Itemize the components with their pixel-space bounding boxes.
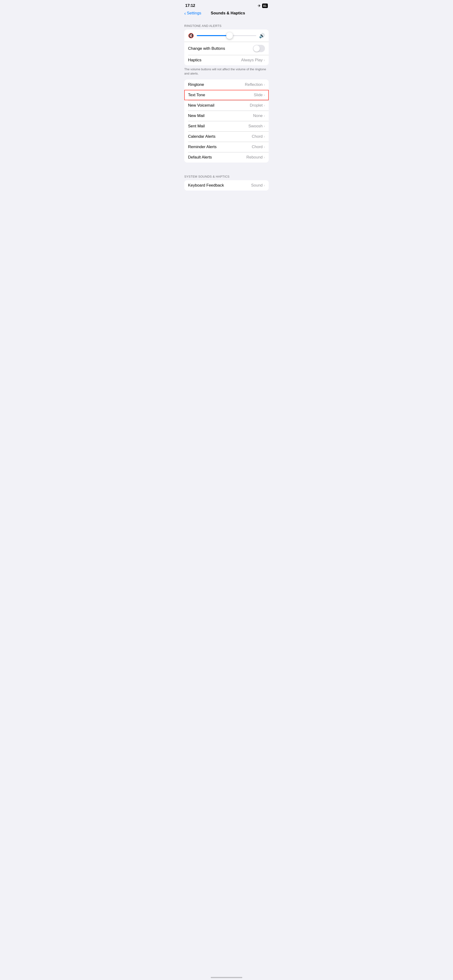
- volume-slider-row[interactable]: 🔇 🔊: [184, 29, 269, 42]
- calendar-alerts-chevron-icon: ›: [263, 134, 265, 139]
- volume-slider-track[interactable]: [197, 35, 256, 36]
- haptics-right: Always Play ›: [241, 58, 265, 62]
- sent-mail-row[interactable]: Sent Mail Swoosh ›: [184, 121, 269, 131]
- change-with-buttons-row[interactable]: Change with Buttons: [184, 42, 269, 55]
- new-voicemail-value: Droplet: [250, 103, 263, 108]
- back-label: Settings: [187, 11, 201, 16]
- system-sounds-group: Keyboard Feedback Sound ›: [184, 180, 269, 191]
- keyboard-feedback-chevron-icon: ›: [263, 183, 265, 188]
- default-alerts-right: Rebound ›: [246, 155, 265, 160]
- page-title: Sounds & Haptics: [201, 11, 255, 16]
- change-with-buttons-label: Change with Buttons: [188, 46, 225, 51]
- new-voicemail-row[interactable]: New Voicemail Droplet ›: [184, 100, 269, 111]
- back-button[interactable]: ‹ Settings: [184, 11, 201, 16]
- status-icons: ✈ 81: [258, 3, 268, 8]
- toggle-thumb: [254, 45, 260, 52]
- sent-mail-chevron-icon: ›: [263, 124, 265, 129]
- text-tone-right: Slide ›: [254, 93, 265, 97]
- sent-mail-label: Sent Mail: [188, 124, 205, 129]
- reminder-alerts-right: Chord ›: [252, 145, 265, 149]
- haptics-value: Always Play: [241, 58, 263, 62]
- change-with-buttons-toggle[interactable]: [253, 45, 265, 52]
- default-alerts-label: Default Alerts: [188, 155, 212, 160]
- ringtone-label: Ringtone: [188, 82, 204, 87]
- status-time: 17:12: [185, 3, 195, 8]
- system-sounds-section-label: SYSTEM SOUNDS & HAPTICS: [180, 175, 273, 180]
- default-alerts-row[interactable]: Default Alerts Rebound ›: [184, 152, 269, 162]
- calendar-alerts-label: Calendar Alerts: [188, 134, 215, 139]
- keyboard-feedback-label: Keyboard Feedback: [188, 183, 224, 188]
- slider-thumb[interactable]: [226, 32, 233, 39]
- ringtone-chevron-icon: ›: [263, 82, 265, 87]
- reminder-alerts-label: Reminder Alerts: [188, 145, 217, 149]
- text-tone-value: Slide: [254, 93, 263, 97]
- new-mail-chevron-icon: ›: [263, 113, 265, 118]
- calendar-alerts-value: Chord: [252, 134, 263, 139]
- back-chevron-icon: ‹: [184, 11, 186, 16]
- reminder-alerts-value: Chord: [252, 145, 263, 149]
- ringtone-alerts-section-label: RINGTONE AND ALERTS: [180, 24, 273, 29]
- ringtone-alerts-group: 🔇 🔊 Change with Buttons Haptics Always P…: [184, 29, 269, 65]
- new-voicemail-right: Droplet ›: [250, 103, 265, 108]
- keyboard-feedback-value: Sound: [251, 183, 263, 188]
- ringtone-value: Reflection: [245, 82, 263, 87]
- text-tone-chevron-icon: ›: [263, 93, 265, 97]
- calendar-alerts-row[interactable]: Calendar Alerts Chord ›: [184, 131, 269, 142]
- keyboard-feedback-right: Sound ›: [251, 183, 265, 188]
- new-mail-value: None: [253, 113, 263, 118]
- volume-description: The volume buttons will not affect the v…: [180, 65, 273, 80]
- default-alerts-chevron-icon: ›: [263, 155, 265, 160]
- sent-mail-value: Swoosh: [249, 124, 263, 129]
- status-bar: 17:12 ✈ 81: [180, 0, 273, 10]
- reminder-alerts-row[interactable]: Reminder Alerts Chord ›: [184, 142, 269, 152]
- slider-fill: [197, 35, 230, 36]
- volume-high-icon: 🔊: [259, 33, 265, 38]
- ringtone-right: Reflection ›: [245, 82, 265, 87]
- default-alerts-value: Rebound: [246, 155, 263, 160]
- text-tone-label: Text Tone: [188, 93, 205, 97]
- keyboard-feedback-row[interactable]: Keyboard Feedback Sound ›: [184, 180, 269, 191]
- battery-container: 81: [262, 3, 268, 8]
- battery-level: 81: [263, 4, 266, 8]
- haptics-label: Haptics: [188, 58, 201, 62]
- airplane-icon: ✈: [258, 3, 261, 8]
- haptics-chevron-icon: ›: [263, 58, 265, 62]
- text-tone-row[interactable]: Text Tone Slide ›: [184, 90, 269, 100]
- reminder-alerts-chevron-icon: ›: [263, 145, 265, 149]
- nav-header: ‹ Settings Sounds & Haptics: [180, 10, 273, 19]
- ringtone-row[interactable]: Ringtone Reflection ›: [184, 80, 269, 90]
- new-voicemail-chevron-icon: ›: [263, 103, 265, 108]
- new-mail-label: New Mail: [188, 113, 204, 118]
- sound-settings-group: Ringtone Reflection › Text Tone Slide › …: [184, 80, 269, 162]
- haptics-row[interactable]: Haptics Always Play ›: [184, 55, 269, 65]
- new-mail-row[interactable]: New Mail None ›: [184, 111, 269, 121]
- sent-mail-right: Swoosh ›: [249, 124, 265, 129]
- new-voicemail-label: New Voicemail: [188, 103, 214, 108]
- new-mail-right: None ›: [253, 113, 265, 118]
- calendar-alerts-right: Chord ›: [252, 134, 265, 139]
- volume-low-icon: 🔇: [188, 33, 194, 38]
